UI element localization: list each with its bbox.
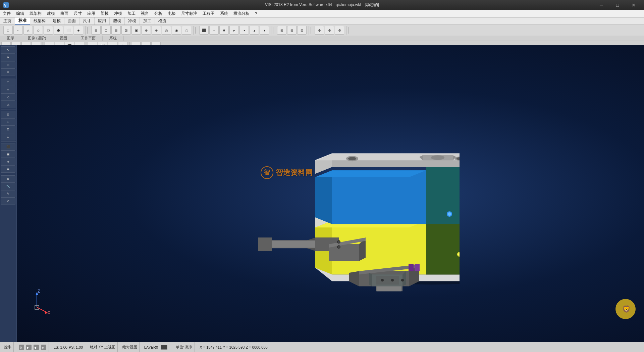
toolbar-btn-视图-4[interactable]: ◂: [239, 26, 249, 35]
toolbar-btn-图像 (进阶)-5[interactable]: ⊕: [142, 26, 151, 35]
toolbar-btn-系统-1[interactable]: ⚙: [325, 26, 334, 35]
menu-item-应用[interactable]: 应用: [85, 10, 98, 17]
sidebar-btn-1-2[interactable]: ◇: [1, 93, 15, 101]
menu-item-尺寸标注[interactable]: 尺寸标注: [178, 10, 200, 17]
menu-item-加工[interactable]: 加工: [125, 10, 138, 17]
toolbar-btn-图像 (进阶)-8[interactable]: ◉: [172, 26, 181, 35]
menu-item-曲面[interactable]: 曲面: [58, 10, 71, 17]
menu-item-?[interactable]: ?: [252, 10, 260, 17]
toolbar-btn-图形-5[interactable]: ⬟: [54, 26, 63, 35]
menu-item-文件[interactable]: 文件: [0, 10, 13, 17]
axis-indicator: Z X: [23, 287, 50, 315]
menu-item-塑模[interactable]: 塑模: [98, 10, 111, 17]
toolbar-btn-图像 (进阶)-3[interactable]: ⊠: [121, 26, 131, 35]
menu-item-尺寸[interactable]: 尺寸: [71, 10, 85, 17]
toolbar-btn-视图-2[interactable]: ◾: [219, 26, 229, 35]
sidebar-btn-3-3[interactable]: ◉: [1, 165, 15, 173]
svg-marker-31: [426, 224, 460, 274]
toolbar-btn-视图-3[interactable]: ▸: [229, 26, 239, 35]
tab-尺寸[interactable]: 尺寸: [79, 17, 95, 25]
tab-应用[interactable]: 应用: [95, 17, 110, 25]
sidebar-btn-1-1[interactable]: ○: [1, 86, 15, 93]
menu-item-视角[interactable]: 视角: [138, 10, 152, 17]
tab-线架构[interactable]: 线架构: [30, 17, 49, 25]
toolbar-btn-系统-2[interactable]: ⚙: [335, 26, 344, 35]
toolbar-btn-视图-1[interactable]: ▪: [209, 26, 219, 35]
sidebar-btn-2-0[interactable]: ⊞: [1, 111, 15, 118]
menu-item-线架构[interactable]: 线架构: [27, 10, 44, 17]
tab-冲模[interactable]: 冲模: [125, 17, 140, 25]
toolbar-btn-视图-5[interactable]: ▴: [250, 26, 259, 35]
sidebar-btn-4-1[interactable]: 🔧: [1, 183, 15, 190]
menu-item-建模[interactable]: 建模: [44, 10, 58, 17]
status-mode: LS: 1.00 PS: 1.00: [52, 342, 85, 352]
sidebar-btn-0-3[interactable]: ⊕: [1, 69, 15, 76]
toolbar-btn-图形-7[interactable]: ◈: [74, 26, 83, 35]
sidebar-btn-2-2[interactable]: ⊠: [1, 126, 15, 133]
toolbar-btn-图形-2[interactable]: △: [23, 26, 33, 35]
toolbar-btn-图像 (进阶)-9[interactable]: ◌: [182, 26, 191, 35]
sidebar-btn-0-1[interactable]: ✥: [1, 54, 15, 61]
toolbar-btn-视图-6[interactable]: ▾: [260, 26, 269, 35]
sidebar-btn-3-1[interactable]: ▣: [1, 150, 15, 158]
toolbar-btn-图像 (进阶)-4[interactable]: ▣: [131, 26, 141, 35]
svg-marker-15: [315, 170, 332, 224]
toolbar-btn-图形-0[interactable]: □: [3, 26, 13, 35]
close-button[interactable]: ✕: [626, 2, 641, 8]
menu-item-工程图[interactable]: 工程图: [200, 10, 217, 17]
tab-模流[interactable]: 模流: [155, 17, 170, 25]
svg-point-78: [401, 279, 404, 281]
tab-主页[interactable]: 主页: [0, 17, 15, 25]
layer-name: LAYER0: [144, 345, 158, 349]
tab-曲面[interactable]: 曲面: [64, 17, 79, 25]
sidebar-btn-0-0[interactable]: ↖: [1, 46, 15, 54]
toolbar-btn-图像 (进阶)-0[interactable]: ⊞: [91, 26, 101, 35]
toolbar-btn-图像 (进阶)-2[interactable]: ⊟: [111, 26, 121, 35]
toolbar-btn-图形-1[interactable]: ○: [13, 26, 23, 35]
toolbar-separator: [87, 27, 88, 34]
sidebar-btn-2-3[interactable]: ⊡: [1, 133, 15, 140]
menu-bar: 文件编辑线架构建模曲面尺寸应用塑模冲模加工视角分析电极尺寸标注工程图系统模流分析…: [0, 10, 644, 17]
layer-color-swatch: [161, 345, 167, 350]
svg-point-22: [348, 157, 356, 160]
toolbar-btn-图像 (进阶)-1[interactable]: ⊡: [101, 26, 111, 35]
status-icons: ⚙ ▶ ◆ ◈: [16, 342, 49, 352]
svg-text:Z: Z: [38, 289, 40, 294]
menu-item-分析[interactable]: 分析: [152, 10, 165, 17]
sidebar-btn-4-3[interactable]: ✐: [1, 197, 15, 205]
tab-标准[interactable]: 标准: [15, 17, 30, 25]
window-controls: ─ □ ✕: [594, 2, 641, 8]
menu-item-系统[interactable]: 系统: [217, 10, 231, 17]
svg-text:◈: ◈: [42, 346, 44, 349]
toolbar-btn-图形-3[interactable]: ◇: [34, 26, 43, 35]
watermark-text: 智造资料网: [276, 168, 313, 178]
toolbar-btn-工作平面-1[interactable]: ⊟: [287, 26, 297, 35]
menu-item-冲模[interactable]: 冲模: [111, 10, 125, 17]
toolbar-btn-图像 (进阶)-6[interactable]: ⊗: [152, 26, 161, 35]
sidebar-btn-4-2[interactable]: ✎: [1, 190, 15, 197]
maximize-button[interactable]: □: [610, 2, 625, 8]
toolbar-btn-视图-0[interactable]: ⬛: [199, 26, 209, 35]
sidebar-btn-3-2[interactable]: ◈: [1, 158, 15, 165]
toolbar-btn-工作平面-2[interactable]: ⊠: [297, 26, 307, 35]
toolbar-btn-图形-6[interactable]: ⬜: [64, 26, 73, 35]
sidebar-btn-2-1[interactable]: ⊟: [1, 118, 15, 126]
sidebar-btn-1-0[interactable]: □: [1, 79, 15, 86]
tab-加工[interactable]: 加工: [140, 17, 155, 25]
sidebar-btn-4-0[interactable]: ⚙: [1, 175, 15, 183]
svg-point-72: [338, 246, 340, 248]
toolbar-btn-系统-0[interactable]: ⚙: [315, 26, 324, 35]
menu-item-模流分析[interactable]: 模流分析: [231, 10, 252, 17]
tab-bar: 主页标准线架构建模曲面尺寸应用塑模冲模加工模流: [0, 17, 644, 25]
sidebar-btn-0-2[interactable]: ◎: [1, 61, 15, 69]
minimize-button[interactable]: ─: [594, 2, 609, 8]
toolbar-btn-工作平面-0[interactable]: ⊞: [277, 26, 286, 35]
sidebar-btn-3-0[interactable]: ⬛: [1, 143, 15, 150]
menu-item-电极[interactable]: 电极: [165, 10, 178, 17]
tab-塑模[interactable]: 塑模: [110, 17, 125, 25]
toolbar-btn-图形-4[interactable]: ⬡: [44, 26, 53, 35]
toolbar-btn-图像 (进阶)-7[interactable]: ◎: [162, 26, 171, 35]
sidebar-btn-1-3[interactable]: △: [1, 101, 15, 108]
menu-item-编辑[interactable]: 编辑: [13, 10, 27, 17]
tab-建模[interactable]: 建模: [49, 17, 64, 25]
